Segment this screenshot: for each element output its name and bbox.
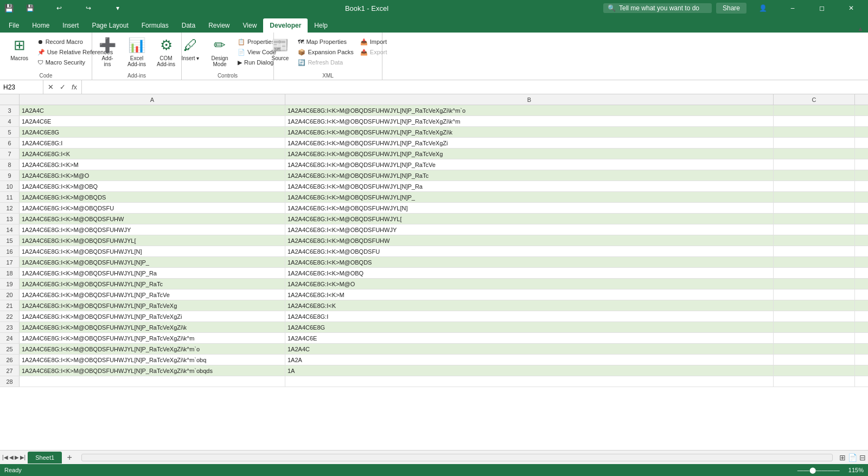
expansion-packs-button[interactable]: 📦 Expansion Packs: [296, 47, 355, 57]
export-button[interactable]: 📤 Export: [358, 47, 390, 57]
design-mode-button[interactable]: ✏ DesignMode: [206, 35, 233, 69]
com-addins-button[interactable]: ⚙ COMAdd-ins: [152, 35, 180, 69]
import-button[interactable]: 📥 Import: [358, 37, 390, 47]
cell-a[interactable]: 1A2A4C6E8G:I<K>M@OBQDSFUHWJYL[N]P_RaTcVe…: [20, 365, 285, 376]
cell-a[interactable]: 1A2A4C6E8G:I<K>M@OBQDSFUHWJYL[N]P_RaTcVe…: [20, 333, 285, 343]
customize-button[interactable]: ▾: [105, 0, 130, 16]
cell-a[interactable]: 1A2A4C6E8G:I<K>M@OBQDS: [20, 192, 285, 202]
cell-a[interactable]: 1A2A4C6E8G:I<K>M@OBQDSFUHWJYL[N]P_RaTcVe…: [20, 311, 285, 321]
cell-c[interactable]: [774, 181, 855, 191]
cell-c[interactable]: [774, 224, 855, 235]
tab-page-layout[interactable]: Page Layout: [85, 18, 135, 33]
cell-a[interactable]: 1A2A4C6E8G:I<K>M@O: [20, 170, 285, 181]
add-ins-button[interactable]: ➕ Add-ins: [94, 35, 121, 69]
cell-b[interactable]: 1A2A4C6E8G:I<K>M@OBQDSFUHWJYL[N]P_Ra: [285, 181, 774, 191]
cell-b[interactable]: 1A2A4C6E: [285, 333, 774, 343]
tab-help[interactable]: Help: [308, 18, 334, 33]
cell-a[interactable]: 1A2A4C: [20, 105, 285, 115]
cell-c[interactable]: [774, 344, 855, 354]
tab-developer[interactable]: Developer: [263, 18, 308, 33]
first-sheet-button[interactable]: |◀: [2, 454, 8, 460]
cell-a[interactable]: 1A2A4C6E8G:I<K>M@OBQDSFUHWJYL[N]P_: [20, 257, 285, 267]
cell-c[interactable]: [774, 149, 855, 159]
cell-b[interactable]: 1A2A4C6E8G:I<K>M@OBQDSFUHWJY: [285, 224, 774, 235]
prev-sheet-button[interactable]: ◀: [9, 454, 14, 460]
tab-formulas[interactable]: Formulas: [135, 18, 175, 33]
restore-button[interactable]: ◻: [809, 0, 834, 16]
page-view-layout[interactable]: 📄: [848, 453, 857, 462]
cell-c[interactable]: [774, 246, 855, 256]
formula-input[interactable]: [82, 80, 868, 94]
source-button[interactable]: 📰 Source: [266, 35, 293, 67]
insert-function-button[interactable]: fx: [69, 83, 79, 91]
cell-a[interactable]: 1A2A4C6E8G:I<K>M@OBQDSFUHWJY: [20, 224, 285, 235]
macros-button[interactable]: ⊞ Macros: [6, 35, 33, 67]
last-sheet-button[interactable]: ▶|: [20, 454, 26, 460]
cell-b[interactable]: 1A: [285, 365, 774, 376]
insert-button[interactable]: 🖊 Insert ▾: [177, 35, 204, 67]
col-header-a[interactable]: A: [20, 94, 285, 105]
cell-b[interactable]: 1A2A4C6E8G:I<K>M@OBQDSFU: [285, 246, 774, 256]
cell-a[interactable]: 1A2A4C6E8G:I<K>M@OBQDSFUHWJYL[: [20, 235, 285, 246]
name-box[interactable]: H23: [0, 80, 43, 94]
cell-b[interactable]: 1A2A4C6E8G:I<K>M@OBQDSFUHWJYL[N]P_RaTcVe…: [285, 127, 774, 137]
share-button[interactable]: Share: [716, 3, 746, 14]
excel-addins-button[interactable]: 📊 ExcelAdd-ins: [123, 35, 150, 69]
status-zoom-slider[interactable]: ——⬤————: [797, 467, 840, 474]
cell-a[interactable]: 1A2A4C6E8G:I<K>M@OBQDSFUHWJYL[N]P_RaTcVe…: [20, 355, 285, 365]
cell-c[interactable]: [774, 214, 855, 224]
cell-b[interactable]: 1A2A4C: [285, 344, 774, 354]
cell-a[interactable]: 1A2A4C6E8G:I<K>M@OBQDSFUHW: [20, 214, 285, 224]
tab-data[interactable]: Data: [175, 18, 202, 33]
cell-b[interactable]: 1A2A4C6E8G:I<K>M@OBQDSFUHWJYL[N]P_RaTcVe: [285, 159, 774, 170]
cell-b[interactable]: 1A2A: [285, 355, 774, 365]
cell-a[interactable]: 1A2A4C6E: [20, 116, 285, 126]
cell-c[interactable]: [774, 192, 855, 202]
cell-b[interactable]: 1A2A4C6E8G:I<K>M@OBQDSFUHWJYL[N]P_RaTcVe…: [285, 105, 774, 115]
cell-c[interactable]: [774, 279, 855, 289]
cell-a[interactable]: 1A2A4C6E8G:I<K>M@OBQDSFUHWJYL[N]P_RaTc: [20, 279, 285, 289]
cell-b[interactable]: 1A2A4C6E8G:I<K>M@OBQDSFUHWJYL[N]P_RaTcVe…: [285, 149, 774, 159]
page-view-break[interactable]: ⊟: [859, 453, 866, 462]
cell-c[interactable]: [774, 203, 855, 213]
cell-b[interactable]: 1A2A4C6E8G:I<K>M@OBQDSFUHWJYL[N]: [285, 203, 774, 213]
cell-c[interactable]: [774, 290, 855, 300]
cell-b[interactable]: 1A2A4C6E8G:I<K>M@OBQ: [285, 268, 774, 278]
cell-a[interactable]: 1A2A4C6E8G:I<K: [20, 149, 285, 159]
cell-c[interactable]: [774, 105, 855, 115]
horizontal-scrollbar[interactable]: [81, 454, 833, 461]
cell-a[interactable]: 1A2A4C6E8G:I: [20, 138, 285, 148]
col-header-b[interactable]: B: [285, 94, 774, 105]
cell-c[interactable]: [774, 257, 855, 267]
cell-c[interactable]: [774, 365, 855, 376]
cell-c[interactable]: [774, 333, 855, 343]
cell-b[interactable]: 1A2A4C6E8G:I<K>M@OBQDSFUHWJYL[: [285, 214, 774, 224]
cell-a[interactable]: 1A2A4C6E8G:I<K>M@OBQDSFUHWJYL[N]P_RaTcVe…: [20, 322, 285, 332]
cell-a[interactable]: 1A2A4C6E8G:I<K>M@OBQ: [20, 181, 285, 191]
tab-home[interactable]: Home: [25, 18, 56, 33]
map-properties-button[interactable]: 🗺 Map Properties: [296, 37, 355, 47]
cell-c[interactable]: [774, 170, 855, 181]
cancel-formula-button[interactable]: ✕: [46, 83, 55, 91]
cell-b[interactable]: 1A2A4C6E8G: [285, 322, 774, 332]
page-view-normal[interactable]: ⊞: [839, 453, 846, 462]
cell-b[interactable]: 1A2A4C6E8G:I: [285, 311, 774, 321]
ribbon-collapse-button[interactable]: ▲: [853, 25, 868, 33]
cell-a[interactable]: 1A2A4C6E8G:I<K>M@OBQDSFUHWJYL[N]P_RaTcVe…: [20, 344, 285, 354]
cell-a[interactable]: 1A2A4C6E8G: [20, 127, 285, 137]
cell-c[interactable]: [774, 355, 855, 365]
cell-c[interactable]: [774, 235, 855, 246]
cell-c[interactable]: [774, 311, 855, 321]
tab-insert[interactable]: Insert: [56, 18, 85, 33]
cell-b[interactable]: 1A2A4C6E8G:I<K>M@OBQDSFUHWJYL[N]P_RaTcVe…: [285, 138, 774, 148]
tab-review[interactable]: Review: [202, 18, 236, 33]
cell-b[interactable]: 1A2A4C6E8G:I<K: [285, 300, 774, 311]
cell-b[interactable]: 1A2A4C6E8G:I<K>M@OBQDSFUHW: [285, 235, 774, 246]
cell-c[interactable]: [774, 116, 855, 126]
cell-b[interactable]: 1A2A4C6E8G:I<K>M@OBQDSFUHWJYL[N]P_RaTcVe…: [285, 116, 774, 126]
cell-b[interactable]: [285, 376, 774, 387]
cell-a[interactable]: 1A2A4C6E8G:I<K>M@OBQDSFUHWJYL[N]: [20, 246, 285, 256]
cell-c[interactable]: [774, 322, 855, 332]
col-header-c[interactable]: C: [774, 94, 855, 105]
refresh-data-button[interactable]: 🔄 Refresh Data: [296, 57, 355, 67]
